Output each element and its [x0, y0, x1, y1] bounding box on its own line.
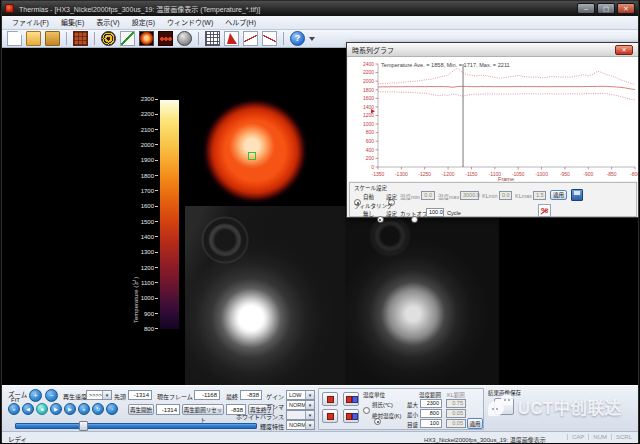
filter-manual-label: 設定 — [386, 210, 397, 218]
menu-item[interactable]: 編集(E) — [55, 16, 90, 29]
target-icon[interactable] — [101, 31, 116, 46]
thermal-image-icon[interactable] — [139, 31, 154, 46]
graph-rise-icon[interactable] — [243, 31, 258, 46]
close-button[interactable]: ✕ — [617, 3, 635, 14]
temp-apply-button[interactable]: 適用 — [467, 418, 483, 429]
playback-buttons: «◀■▶▶»↻◔ — [8, 403, 118, 415]
svg-text:-1300: -1300 — [395, 171, 408, 177]
svg-text:200: 200 — [366, 155, 375, 161]
play-start-field[interactable]: -1314 — [156, 404, 180, 415]
svg-text:Temperature Ave. = 1858, Min.: Temperature Ave. = 1858, Min. = 1717, Ma… — [381, 62, 510, 68]
skip-end-button[interactable]: » — [78, 403, 90, 415]
thermal-image[interactable] — [203, 99, 307, 203]
graph-close-button[interactable]: ✕ — [615, 45, 633, 55]
play-button[interactable]: ▶ — [50, 403, 62, 415]
svg-text:-800: -800 — [630, 171, 638, 177]
scale-apply-button[interactable]: 適用 — [550, 190, 567, 200]
data-grid-icon[interactable] — [205, 31, 220, 46]
kl-max-field[interactable]: 1.5 — [533, 191, 546, 200]
palette-red-button-1[interactable] — [322, 392, 338, 406]
kl-min-field[interactable]: 0.05 — [446, 409, 466, 418]
palette-red-button-2[interactable] — [322, 409, 338, 423]
first-frame-field[interactable]: -1314 — [128, 390, 152, 400]
minimize-button[interactable]: – — [577, 3, 595, 14]
white-balance-dropdown[interactable] — [286, 410, 315, 420]
filtering-label: フィルタリング — [354, 202, 392, 210]
histogram-icon[interactable] — [224, 31, 239, 46]
temp-min-field[interactable]: 800 — [420, 409, 442, 418]
temp-min-field[interactable]: 0.0 — [421, 191, 435, 200]
temp-min-label: 温度min — [400, 193, 420, 201]
graph-fall-icon[interactable] — [262, 31, 277, 46]
filter-reject-icon[interactable] — [538, 204, 551, 217]
speed-dropdown[interactable]: >>>> — [86, 390, 112, 400]
colorbar — [160, 100, 179, 329]
save-folder-icon[interactable] — [45, 31, 60, 46]
line-profile-icon[interactable] — [120, 31, 135, 46]
camera-grid-icon[interactable] — [73, 31, 88, 46]
app-window: Thermias - [HX3_Nickel2000fps_300us_19: … — [1, 0, 639, 442]
menu-item[interactable]: 表示(V) — [90, 16, 125, 29]
frame-forward-button[interactable]: ▶ — [64, 403, 76, 415]
maximize-button[interactable]: ▢ — [597, 3, 615, 14]
roi-marker[interactable] — [248, 152, 256, 160]
status-file-info: HX3_Nickel2000fps_300us_19: 温度画像表示 — [424, 435, 546, 444]
menu-item[interactable]: ウィンドウ(W) — [161, 16, 219, 29]
save-icon[interactable] — [571, 189, 583, 201]
temp-max-field[interactable]: 2300 — [420, 399, 442, 408]
grayscale-image-left[interactable] — [185, 206, 345, 385]
graph-window-titlebar[interactable]: 時系列グラフ ✕ — [347, 43, 638, 57]
zoom-in-button[interactable]: + — [29, 389, 42, 402]
zoom-out-button[interactable]: − — [45, 389, 58, 402]
sphere-icon[interactable] — [177, 31, 192, 46]
luminance-label: 輝度特性 — [222, 422, 284, 431]
temp-max-field[interactable]: 3000.0 — [460, 191, 479, 200]
cutoff-field[interactable]: 100.0 — [426, 208, 444, 217]
temp-step-field[interactable]: 100 — [420, 419, 442, 428]
gain-dropdown[interactable]: LOW — [286, 390, 315, 400]
graph-window[interactable]: 時系列グラフ ✕ 0200400600800100012001400160018… — [346, 42, 639, 218]
celsius-radio[interactable] — [363, 407, 370, 414]
grayscale-image-right[interactable] — [345, 206, 499, 385]
menu-item[interactable]: ファイル(F) — [6, 16, 55, 29]
current-frame-label: 現在フレーム — [157, 392, 193, 401]
time-series-chart: 0200400600800100012001400160018002000220… — [348, 57, 638, 181]
status-bar: レディ HX3_Nickel2000fps_300us_19: 温度画像表示 C… — [2, 431, 638, 443]
kl-max-field[interactable]: 0.75 — [446, 399, 466, 408]
menu-item[interactable]: 設定(S) — [126, 16, 161, 29]
kl-step-field[interactable]: 0.05 — [446, 419, 466, 428]
title-bar[interactable]: Thermias - [HX3_Nickel2000fps_300us_19: … — [2, 1, 638, 16]
frame-back-button[interactable]: ◀ — [22, 403, 34, 415]
palette-redblue-button-2[interactable] — [343, 409, 359, 423]
seek-slider-handle[interactable] — [79, 421, 88, 431]
palette-redblue-button-1[interactable] — [343, 392, 359, 406]
new-file-icon[interactable] — [7, 31, 22, 46]
current-frame-field[interactable]: -1168 — [194, 390, 220, 400]
colorbar-tick: 1500 — [120, 219, 158, 225]
gamma-dropdown[interactable]: NORMAL — [286, 400, 315, 410]
colorbar-tick: 1600 — [120, 203, 158, 209]
loop-button[interactable]: ↻ — [92, 403, 104, 415]
toolbar-options-caret-icon[interactable] — [309, 37, 315, 41]
watermark-text: UCT中创联达 — [518, 395, 621, 419]
stop-button[interactable]: ■ — [36, 403, 48, 415]
help-icon[interactable] — [290, 31, 305, 46]
open-folder-icon[interactable] — [26, 31, 41, 46]
speed-label: 再生速度 — [63, 392, 87, 401]
menu-item[interactable]: ヘルプ(H) — [219, 16, 262, 29]
skip-start-button[interactable]: « — [8, 403, 20, 415]
caption-buttons: –▢✕ — [577, 3, 635, 14]
save-result-icon[interactable] — [494, 398, 514, 415]
play-start-button[interactable]: 再生開始 — [128, 404, 154, 415]
first-frame-label: 先頭 — [114, 392, 126, 401]
luminance-dropdown[interactable]: NORMAL — [286, 420, 315, 430]
scale-settings-panel: スケール設定 自動 設定 温度min 0.0 温度max 3000.0 KLmi… — [349, 182, 637, 217]
filter-none-radio[interactable] — [377, 216, 384, 223]
seek-slider-track[interactable] — [15, 423, 257, 429]
status-ready: レディ — [8, 434, 27, 444]
timer-button[interactable]: ◔ — [106, 403, 118, 415]
pattern-icon[interactable] — [158, 31, 173, 46]
kl-min-field[interactable]: 0.0 — [499, 191, 512, 200]
range-reset-button[interactable]: 再生範囲リセット — [182, 404, 224, 415]
svg-text:1800: 1800 — [363, 87, 374, 93]
